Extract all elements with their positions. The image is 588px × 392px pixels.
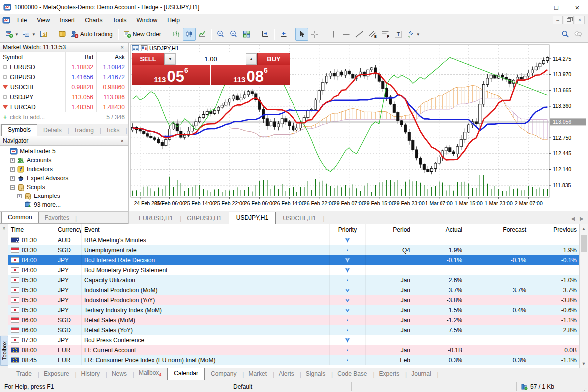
bar-chart-mode-button[interactable] <box>170 28 183 41</box>
search-button[interactable] <box>559 28 572 41</box>
chart-tab-eurusd-h1[interactable]: EURUSD,H1| <box>132 213 180 224</box>
toolbox-tab-experts[interactable]: Experts| <box>373 369 406 380</box>
column-period[interactable]: Period <box>366 224 413 235</box>
toolbox-tab-calendar[interactable]: Calendar <box>167 368 205 380</box>
calendar-row[interactable]: 05:30 JPY Industrial Production (MoM) Ja… <box>8 285 579 295</box>
volume-input[interactable]: 1.00 <box>176 53 246 65</box>
volume-decrease-button[interactable]: ▼ <box>165 53 176 65</box>
navigator-item-indicators[interactable]: +f Indicators <box>0 165 128 174</box>
toolbox-tab-mailbox[interactable]: Mailbox4| <box>133 368 167 380</box>
navigator-item-93-more-[interactable]: 93 more... <box>0 200 128 209</box>
new-order-button[interactable]: New Order <box>121 28 164 41</box>
arrows-shapes-button[interactable]: ▼ <box>405 28 422 41</box>
quotes-history-button[interactable] <box>56 28 69 41</box>
new-chart-button[interactable]: ▼ <box>3 28 20 41</box>
crosshair-button[interactable] <box>308 28 321 41</box>
menu-charts[interactable]: Charts <box>80 15 107 25</box>
buy-button[interactable]: BUY <box>257 53 290 65</box>
chevron-down-icon[interactable]: ▼ <box>32 32 36 37</box>
calendar-row[interactable]: 05:30 JPY Capacity Utilization Jan 2.6% … <box>8 275 579 285</box>
market-watch-close-icon[interactable]: × <box>119 44 125 50</box>
mdi-restore-button[interactable] <box>564 16 574 24</box>
toolbox-tab-history[interactable]: History| <box>75 369 106 380</box>
column-priority[interactable]: Priority <box>330 224 366 235</box>
calendar-row[interactable]: 01:30 AUD RBA Meeting's Minutes <box>8 235 579 245</box>
calendar-row[interactable]: 06:00 SGD Retail Sales (YoY) Jan 7.5% 2.… <box>8 325 579 335</box>
toolbox-vertical-tab[interactable]: Toolbox <box>0 336 8 366</box>
toolbox-tab-alerts[interactable]: Alerts| <box>273 369 300 380</box>
chat-button[interactable] <box>572 28 585 41</box>
chart-type-icon[interactable] <box>141 45 148 52</box>
calendar-row[interactable]: 08:45 EUR FR: Consumer Price Index (EU n… <box>8 355 579 365</box>
navigator-item-expert-advisors[interactable]: + Expert Advisors <box>0 174 128 183</box>
toolbox-tab-journal[interactable]: Journal| <box>405 369 437 380</box>
symbol-row-usdjpy[interactable]: USDJPY 113.056 113.086 <box>0 92 128 102</box>
toolbox-tab-signals[interactable]: Signals| <box>300 369 331 380</box>
buy-price[interactable]: 113 08 6 <box>211 65 290 85</box>
toolbox-tab-company[interactable]: Company| <box>205 369 242 380</box>
navigator-item-scripts[interactable]: − Scripts <box>0 183 128 192</box>
chart-tab-usdchf-h1[interactable]: USDCHF,H1| <box>276 213 323 224</box>
zoom-out-button[interactable] <box>227 28 240 41</box>
menu-tools[interactable]: Tools <box>108 15 132 25</box>
auto-scroll-button[interactable] <box>259 28 272 41</box>
line-chart-mode-button[interactable] <box>196 28 209 41</box>
calendar-row[interactable]: 06:00 SGD Retail Sales (MoM) Jan -1.2% -… <box>8 315 579 325</box>
chart-tab-usdjpy-h1[interactable]: USDJPY,H1 <box>229 212 276 224</box>
status-profile[interactable]: Default <box>229 382 279 391</box>
market-watch-toggle-button[interactable]: $ <box>37 28 50 41</box>
navigator-item-accounts[interactable]: + Accounts <box>0 156 128 165</box>
candle-chart-mode-button[interactable] <box>183 28 196 41</box>
calendar-row[interactable]: 05:30 JPY Tertiary Industry Index (MoM) … <box>8 305 579 315</box>
calendar-row[interactable]: 04:00 JPY BoJ Interest Rate Decision -0.… <box>8 255 579 265</box>
market-watch-tab-ticks[interactable]: Ticks| <box>100 125 126 136</box>
calendar-row[interactable]: 05:30 JPY Industrial Production (YoY) Ja… <box>8 295 579 305</box>
toolbox-tab-market[interactable]: Market| <box>242 369 273 380</box>
navigator-item-examples[interactable]: + Examples <box>0 192 128 200</box>
column-forecast[interactable]: Forecast <box>465 224 529 235</box>
navigator-tab-favorites[interactable]: Favorites| <box>39 213 75 223</box>
trendline-button[interactable] <box>353 28 366 41</box>
tabs-scroll-right-icon[interactable]: ▶ <box>580 216 584 221</box>
chevron-down-icon[interactable]: ▼ <box>416 32 420 37</box>
column-currency[interactable]: Currency <box>55 224 82 235</box>
menu-window[interactable]: Window <box>132 15 163 25</box>
scroll-up-icon[interactable]: ▲ <box>580 224 588 233</box>
column-actual[interactable]: Actual <box>413 224 465 235</box>
calendar-scrollbar[interactable]: ▲ ▼ <box>579 224 588 368</box>
volume-increase-button[interactable]: ▲ <box>246 53 257 65</box>
navigator-item-metatrader-5[interactable]: MetaTrader 5 <box>0 147 128 156</box>
fibonacci-button[interactable]: F <box>379 28 392 41</box>
maximize-button[interactable]: □ <box>546 0 567 14</box>
cursor-button[interactable] <box>295 28 308 41</box>
market-watch-tab-trading[interactable]: Trading| <box>68 125 100 136</box>
mdi-close-button[interactable]: × <box>575 16 585 24</box>
market-watch-tab-symbols[interactable]: Symbols <box>1 124 37 136</box>
sell-price[interactable]: 113 05 6 <box>132 65 211 85</box>
menu-file[interactable]: File <box>12 15 32 25</box>
quotes-table-icon[interactable] <box>132 45 139 52</box>
symbol-row-eurcad[interactable]: EURCAD 1.48350 1.48430 <box>0 102 128 112</box>
minimize-button[interactable]: – <box>525 0 546 14</box>
toolbox-close-icon[interactable]: × <box>3 226 6 231</box>
text-label-button[interactable]: T <box>392 28 405 41</box>
chart-shift-button[interactable] <box>277 28 290 41</box>
calendar-row[interactable]: 08:00 EUR FI: Current Account Jan -0.1B … <box>8 345 579 355</box>
toolbox-tab-exposure[interactable]: Exposure| <box>38 369 75 380</box>
symbol-row-gbpusd[interactable]: GBPUSD 1.41656 1.41672 <box>0 72 128 82</box>
toolbox-tab-news[interactable]: News| <box>106 369 133 380</box>
calendar-row[interactable]: 03:30 SGD Unemployment rate Q4 1.9% 1.9% <box>8 245 579 255</box>
expand-icon[interactable]: + <box>10 176 15 181</box>
equidistant-channel-button[interactable]: E <box>366 28 379 41</box>
menu-help[interactable]: Help <box>162 15 185 25</box>
profiles-button[interactable]: ▼ <box>20 28 37 41</box>
vertical-line-button[interactable] <box>327 28 340 41</box>
collapse-icon[interactable]: − <box>10 185 15 190</box>
menu-insert[interactable]: Insert <box>55 15 80 25</box>
column-event[interactable]: Event <box>82 224 330 235</box>
calendar-row[interactable]: 04:00 JPY BoJ Monetary Policy Statement <box>8 265 579 275</box>
column-time[interactable]: Time <box>8 224 55 235</box>
menu-view[interactable]: View <box>32 15 55 25</box>
close-button[interactable]: × <box>567 0 588 14</box>
symbol-row-usdchf[interactable]: USDCHF 0.98820 0.98860 <box>0 82 128 92</box>
